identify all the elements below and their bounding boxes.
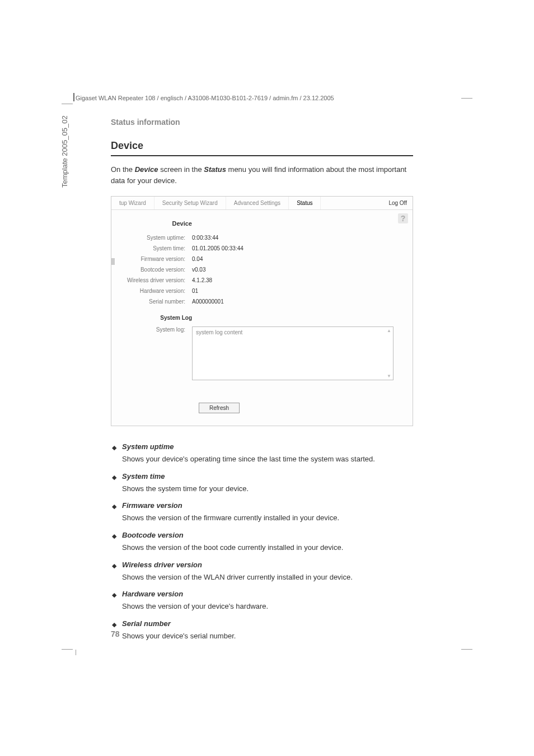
- label: System uptime:: [118, 235, 192, 241]
- list-content: System uptime Shows your device's operat…: [122, 442, 413, 465]
- value: v0.03: [192, 267, 205, 273]
- diamond-icon: ◆: [112, 502, 116, 524]
- value: 4.1.2.38: [192, 277, 212, 283]
- value: 01: [192, 288, 198, 294]
- list-content: Bootcode version Shows the version of th…: [122, 530, 413, 553]
- item-desc: Shows the version of your device's hardw…: [122, 602, 268, 610]
- log-content: system log content: [196, 329, 242, 335]
- system-log-textarea[interactable]: system log content ▲ ▼: [192, 326, 394, 380]
- diamond-icon: ◆: [112, 473, 116, 494]
- bold-status: Status: [204, 165, 226, 174]
- header-bar: [73, 93, 74, 101]
- row-system-time: System time: 01.01.2005 00:33:44: [118, 245, 406, 251]
- row-system-log: System log: system log content ▲ ▼: [118, 326, 406, 380]
- list-item: ◆ System time Shows the system time for …: [111, 472, 413, 494]
- row-firmware-version: Firmware version: 0.04: [118, 256, 406, 262]
- page-content: Status information Device On the Device …: [111, 118, 413, 648]
- crop-mark: [62, 649, 73, 650]
- list-content: Firmware version Shows the version of th…: [122, 501, 413, 524]
- crop-mark: [461, 98, 472, 99]
- crop-mark: [62, 104, 73, 104]
- crop-mark: [76, 650, 76, 655]
- refresh-button[interactable]: Refresh: [199, 403, 240, 413]
- value: 0.04: [192, 256, 203, 262]
- logoff-link[interactable]: Log Off: [388, 200, 407, 206]
- item-desc: Shows the version of the WLAN driver cur…: [122, 573, 353, 581]
- bold-device: Device: [135, 165, 158, 174]
- value: 0:00:33:44: [192, 235, 218, 241]
- page-title: Device: [111, 140, 413, 156]
- list-item: ◆ System uptime Shows your device's oper…: [111, 442, 413, 465]
- label: Wireless driver version:: [118, 277, 192, 283]
- item-desc: Shows your device's serial number.: [122, 632, 236, 640]
- document-path: Gigaset WLAN Repeater 108 / englisch / A…: [76, 95, 334, 101]
- label: System time:: [118, 245, 192, 251]
- text: On the: [111, 165, 135, 174]
- item-title: Serial number: [122, 619, 413, 629]
- screenshot-body: ? Device System uptime: 0:00:33:44 Syste…: [111, 210, 413, 426]
- list-item: ◆ Serial number Shows your device's seri…: [111, 619, 413, 642]
- help-icon[interactable]: ?: [398, 213, 408, 223]
- list-content: System time Shows the system time for yo…: [122, 472, 413, 494]
- item-title: Bootcode version: [122, 530, 413, 541]
- item-title: System time: [122, 472, 413, 482]
- text: screen in the: [158, 165, 204, 174]
- item-title: Wireless driver version: [122, 560, 413, 571]
- item-desc: Shows the version of the firmware curren…: [122, 514, 339, 522]
- tab-advanced-settings[interactable]: Advanced Settings: [226, 197, 289, 209]
- scroll-down-icon[interactable]: ▼: [387, 374, 391, 379]
- label: Serial number:: [118, 298, 192, 305]
- row-hardware-version: Hardware version: 01: [118, 288, 406, 294]
- row-system-uptime: System uptime: 0:00:33:44: [118, 235, 406, 241]
- diamond-icon: ◆: [112, 591, 116, 612]
- value: A000000001: [192, 298, 224, 305]
- item-desc: Shows the version of the boot code curre…: [122, 543, 343, 552]
- page-number: 78: [111, 629, 120, 638]
- list-item: ◆ Bootcode version Shows the version of …: [111, 530, 413, 553]
- item-desc: Shows your device's operating time since…: [122, 455, 375, 463]
- label: System log:: [118, 326, 192, 333]
- label: Bootcode version:: [118, 267, 192, 273]
- row-bootcode-version: Bootcode version: v0.03: [118, 267, 406, 273]
- list-content: Serial number Shows your device's serial…: [122, 619, 413, 642]
- system-log-heading: System Log: [118, 315, 192, 321]
- definitions-list: ◆ System uptime Shows your device's oper…: [111, 442, 413, 642]
- diamond-icon: ◆: [112, 444, 116, 465]
- list-content: Hardware version Shows the version of yo…: [122, 589, 413, 612]
- value: 01.01.2005 00:33:44: [192, 245, 243, 251]
- label: Hardware version:: [118, 288, 192, 294]
- tab-status[interactable]: Status: [289, 197, 321, 209]
- list-item: ◆ Wireless driver version Shows the vers…: [111, 560, 413, 583]
- tab-setup-wizard[interactable]: tup Wizard: [111, 197, 154, 209]
- list-item: ◆ Hardware version Shows the version of …: [111, 589, 413, 612]
- section-label: Status information: [111, 118, 413, 127]
- template-label: Template 2005_05_02: [60, 115, 69, 188]
- item-title: Firmware version: [122, 501, 413, 511]
- device-status-screenshot: tup Wizard Security Setup Wizard Advance…: [111, 196, 413, 426]
- list-content: Wireless driver version Shows the versio…: [122, 560, 413, 583]
- tab-bar: tup Wizard Security Setup Wizard Advance…: [111, 197, 413, 210]
- row-wireless-driver-version: Wireless driver version: 4.1.2.38: [118, 277, 406, 283]
- panel-heading: Device: [118, 220, 192, 227]
- item-desc: Shows the system time for your device.: [122, 484, 249, 493]
- crop-mark: [461, 649, 472, 650]
- item-title: Hardware version: [122, 589, 413, 600]
- item-title: System uptime: [122, 442, 413, 452]
- tab-security-setup[interactable]: Security Setup Wizard: [154, 197, 226, 209]
- row-serial-number: Serial number: A000000001: [118, 298, 406, 305]
- sidebar-indicator: [111, 258, 115, 265]
- diamond-icon: ◆: [112, 532, 116, 553]
- intro-paragraph: On the Device screen in the Status menu …: [111, 164, 413, 186]
- scroll-up-icon[interactable]: ▲: [387, 328, 391, 333]
- diamond-icon: ◆: [112, 562, 116, 583]
- label: Firmware version:: [118, 256, 192, 262]
- list-item: ◆ Firmware version Shows the version of …: [111, 501, 413, 524]
